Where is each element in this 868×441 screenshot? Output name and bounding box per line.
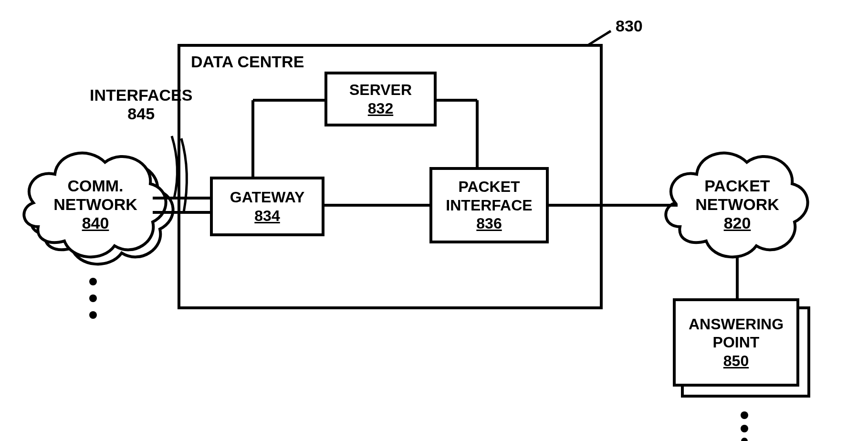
gateway-box: GATEWAY 834 — [210, 177, 324, 236]
svg-point-2 — [89, 311, 97, 319]
svg-point-15 — [741, 438, 748, 441]
data-centre-title-label: DATA CENTRE — [191, 52, 304, 71]
server-box: SERVER 832 — [324, 72, 437, 126]
svg-point-14 — [741, 425, 748, 432]
answering-point-box: ANSWERING POINT 850 — [673, 298, 799, 387]
interfaces-label: INTERFACES 845 — [90, 86, 192, 123]
svg-point-1 — [89, 294, 97, 302]
svg-point-0 — [89, 278, 97, 285]
comm-network-text: COMM. NETWORK 840 — [48, 177, 143, 232]
network-diagram: 830 DATA CENTRE INTERFACES 845 COMM. NET… — [0, 0, 868, 441]
packet-network-text: PACKET NETWORK 820 — [690, 177, 785, 232]
svg-point-13 — [741, 411, 748, 419]
packet-interface-box: PACKET INTERFACE 836 — [429, 167, 549, 243]
data-centre-ref-label: 830 — [616, 17, 643, 35]
